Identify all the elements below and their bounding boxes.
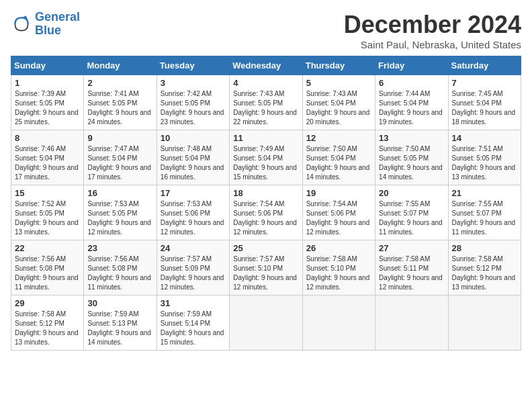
day-info: Sunrise: 7:54 AMSunset: 5:06 PMDaylight:… — [233, 199, 298, 237]
day-info: Sunrise: 7:42 AMSunset: 5:05 PMDaylight:… — [161, 89, 226, 127]
day-info: Sunrise: 7:57 AMSunset: 5:09 PMDaylight:… — [161, 255, 226, 292]
day-number: 8 — [15, 133, 80, 143]
calendar-cell — [302, 295, 375, 351]
day-number: 27 — [379, 243, 444, 253]
day-number: 14 — [452, 133, 517, 143]
day-number: 16 — [87, 188, 152, 198]
calendar-cell: 26Sunrise: 7:58 AMSunset: 5:10 PMDayligh… — [302, 240, 375, 295]
day-info: Sunrise: 7:51 AMSunset: 5:05 PMDaylight:… — [452, 144, 517, 182]
day-info: Sunrise: 7:39 AMSunset: 5:05 PMDaylight:… — [15, 89, 80, 127]
logo-text: General Blue — [35, 11, 80, 38]
header: General Blue December 2024 Saint Paul, N… — [11, 11, 521, 50]
day-info: Sunrise: 7:58 AMSunset: 5:11 PMDaylight:… — [379, 255, 444, 292]
day-info: Sunrise: 7:43 AMSunset: 5:04 PMDaylight:… — [306, 89, 371, 127]
calendar-table: SundayMondayTuesdayWednesdayThursdayFrid… — [11, 56, 521, 351]
calendar-cell: 24Sunrise: 7:57 AMSunset: 5:09 PMDayligh… — [157, 240, 229, 295]
calendar-cell: 18Sunrise: 7:54 AMSunset: 5:06 PMDayligh… — [230, 185, 302, 240]
month-title: December 2024 — [344, 11, 521, 39]
column-header-thursday: Thursday — [302, 56, 375, 75]
day-info: Sunrise: 7:41 AMSunset: 5:05 PMDaylight:… — [87, 89, 152, 127]
day-number: 23 — [87, 243, 152, 253]
day-info: Sunrise: 7:48 AMSunset: 5:04 PMDaylight:… — [161, 144, 226, 182]
day-number: 6 — [379, 78, 444, 88]
day-info: Sunrise: 7:58 AMSunset: 5:12 PMDaylight:… — [15, 310, 80, 347]
calendar-cell: 6Sunrise: 7:44 AMSunset: 5:04 PMDaylight… — [375, 75, 448, 130]
day-number: 25 — [233, 243, 298, 253]
calendar-cell: 7Sunrise: 7:45 AMSunset: 5:04 PMDaylight… — [448, 75, 521, 130]
calendar-cell: 10Sunrise: 7:48 AMSunset: 5:04 PMDayligh… — [157, 130, 229, 185]
day-number: 22 — [15, 243, 80, 253]
calendar-cell: 21Sunrise: 7:55 AMSunset: 5:07 PMDayligh… — [448, 185, 521, 240]
day-info: Sunrise: 7:56 AMSunset: 5:08 PMDaylight:… — [87, 255, 152, 292]
calendar-cell: 8Sunrise: 7:46 AMSunset: 5:04 PMDaylight… — [11, 130, 84, 185]
day-info: Sunrise: 7:53 AMSunset: 5:05 PMDaylight:… — [87, 199, 152, 237]
day-info: Sunrise: 7:45 AMSunset: 5:04 PMDaylight:… — [452, 89, 517, 127]
day-number: 21 — [452, 188, 517, 198]
day-info: Sunrise: 7:55 AMSunset: 5:07 PMDaylight:… — [452, 199, 517, 237]
day-number: 4 — [233, 78, 298, 88]
week-row-3: 15Sunrise: 7:52 AMSunset: 5:05 PMDayligh… — [11, 185, 521, 240]
day-number: 12 — [306, 133, 371, 143]
calendar-cell: 28Sunrise: 7:58 AMSunset: 5:12 PMDayligh… — [448, 240, 521, 295]
day-info: Sunrise: 7:58 AMSunset: 5:12 PMDaylight:… — [452, 255, 517, 292]
day-number: 7 — [452, 78, 517, 88]
calendar-cell: 27Sunrise: 7:58 AMSunset: 5:11 PMDayligh… — [375, 240, 448, 295]
calendar-cell: 9Sunrise: 7:47 AMSunset: 5:04 PMDaylight… — [84, 130, 157, 185]
logo: General Blue — [11, 11, 80, 38]
logo-line2: Blue — [35, 24, 80, 38]
day-number: 19 — [306, 188, 371, 198]
calendar-cell: 14Sunrise: 7:51 AMSunset: 5:05 PMDayligh… — [448, 130, 521, 185]
logo-icon — [11, 13, 32, 35]
calendar-cell: 30Sunrise: 7:59 AMSunset: 5:13 PMDayligh… — [84, 295, 157, 351]
calendar-cell: 31Sunrise: 7:59 AMSunset: 5:14 PMDayligh… — [157, 295, 229, 351]
column-header-friday: Friday — [375, 56, 448, 75]
day-number: 2 — [87, 78, 152, 88]
day-info: Sunrise: 7:55 AMSunset: 5:07 PMDaylight:… — [379, 199, 444, 237]
day-info: Sunrise: 7:50 AMSunset: 5:05 PMDaylight:… — [379, 144, 444, 182]
day-info: Sunrise: 7:44 AMSunset: 5:04 PMDaylight:… — [379, 89, 444, 127]
column-header-saturday: Saturday — [448, 56, 521, 75]
calendar-cell — [448, 295, 521, 351]
day-number: 29 — [15, 298, 80, 308]
day-info: Sunrise: 7:59 AMSunset: 5:13 PMDaylight:… — [87, 310, 152, 347]
calendar-cell: 4Sunrise: 7:43 AMSunset: 5:05 PMDaylight… — [230, 75, 302, 130]
location-title: Saint Paul, Nebraska, United States — [344, 39, 521, 50]
day-number: 18 — [233, 188, 298, 198]
calendar-cell: 3Sunrise: 7:42 AMSunset: 5:05 PMDaylight… — [157, 75, 229, 130]
day-info: Sunrise: 7:53 AMSunset: 5:06 PMDaylight:… — [161, 199, 226, 237]
column-header-monday: Monday — [84, 56, 157, 75]
day-number: 3 — [161, 78, 226, 88]
day-info: Sunrise: 7:57 AMSunset: 5:10 PMDaylight:… — [233, 255, 298, 292]
week-row-1: 1Sunrise: 7:39 AMSunset: 5:05 PMDaylight… — [11, 75, 521, 130]
day-number: 31 — [161, 298, 226, 308]
day-number: 24 — [161, 243, 226, 253]
day-number: 5 — [306, 78, 371, 88]
day-info: Sunrise: 7:49 AMSunset: 5:04 PMDaylight:… — [233, 144, 298, 182]
calendar-cell: 1Sunrise: 7:39 AMSunset: 5:05 PMDaylight… — [11, 75, 84, 130]
day-number: 30 — [87, 298, 152, 308]
calendar-cell — [375, 295, 448, 351]
calendar-cell: 23Sunrise: 7:56 AMSunset: 5:08 PMDayligh… — [84, 240, 157, 295]
day-info: Sunrise: 7:47 AMSunset: 5:04 PMDaylight:… — [87, 144, 152, 182]
column-header-wednesday: Wednesday — [230, 56, 302, 75]
day-number: 9 — [87, 133, 152, 143]
week-row-2: 8Sunrise: 7:46 AMSunset: 5:04 PMDaylight… — [11, 130, 521, 185]
calendar-cell: 12Sunrise: 7:50 AMSunset: 5:04 PMDayligh… — [302, 130, 375, 185]
day-number: 15 — [15, 188, 80, 198]
day-number: 28 — [452, 243, 517, 253]
day-number: 1 — [15, 78, 80, 88]
calendar-cell: 5Sunrise: 7:43 AMSunset: 5:04 PMDaylight… — [302, 75, 375, 130]
day-info: Sunrise: 7:58 AMSunset: 5:10 PMDaylight:… — [306, 255, 371, 292]
calendar-cell — [230, 295, 302, 351]
logo-line1: General — [35, 10, 80, 24]
calendar-cell: 17Sunrise: 7:53 AMSunset: 5:06 PMDayligh… — [157, 185, 229, 240]
day-number: 11 — [233, 133, 298, 143]
day-info: Sunrise: 7:50 AMSunset: 5:04 PMDaylight:… — [306, 144, 371, 182]
day-number: 13 — [379, 133, 444, 143]
week-row-4: 22Sunrise: 7:56 AMSunset: 5:08 PMDayligh… — [11, 240, 521, 295]
calendar-cell: 20Sunrise: 7:55 AMSunset: 5:07 PMDayligh… — [375, 185, 448, 240]
day-number: 20 — [379, 188, 444, 198]
day-number: 17 — [161, 188, 226, 198]
calendar-cell: 16Sunrise: 7:53 AMSunset: 5:05 PMDayligh… — [84, 185, 157, 240]
calendar-cell: 11Sunrise: 7:49 AMSunset: 5:04 PMDayligh… — [230, 130, 302, 185]
